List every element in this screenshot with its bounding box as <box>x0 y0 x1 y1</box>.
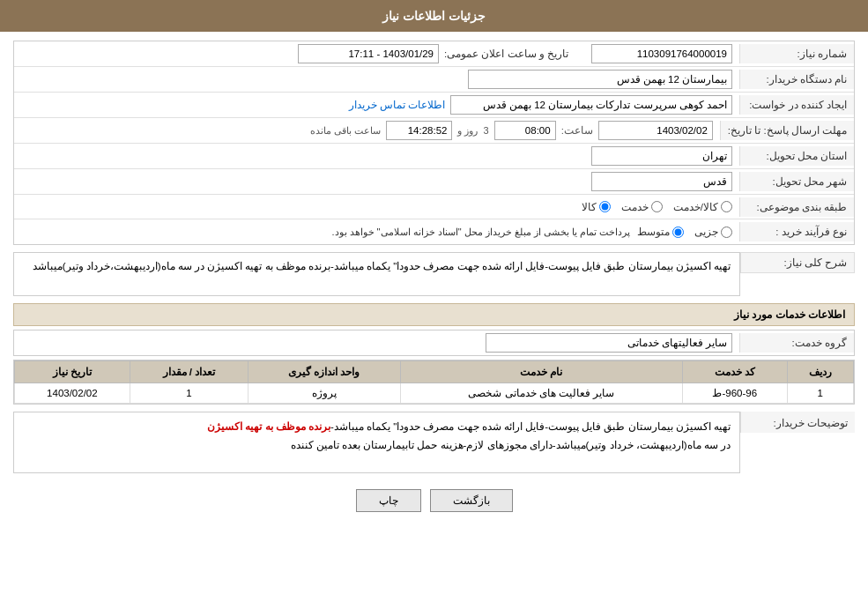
label-announce: تاریخ و ساعت اعلان عمومی: <box>444 48 568 60</box>
input-deadline-date[interactable] <box>598 121 713 140</box>
th-date: تاریخ نیاز <box>15 361 130 383</box>
buyer-desc-text2: در سه ماه(اردیبهشت، خرداد وتیر)میباشد-دا… <box>23 436 731 455</box>
label-days: 3 <box>484 125 489 136</box>
value-need-number: تاریخ و ساعت اعلان عمومی: <box>14 41 739 66</box>
radio-goods-input[interactable] <box>599 201 611 212</box>
table-body: 1960-96-طسایر فعالیت های خدماتی شخصیپروژ… <box>15 383 854 404</box>
radio-goods-service[interactable]: کالا/خدمت <box>673 201 732 213</box>
value-creator: اطلاعات تماس خریدار <box>14 93 739 117</box>
label-day-word: روز و <box>457 125 478 137</box>
radio-partial-input[interactable] <box>721 227 732 238</box>
label-medium: متوسط <box>637 226 670 238</box>
row-category: طبقه بندی موضوعی: کالا/خدمت خدمت <box>14 195 854 219</box>
label-desc: شرح کلی نیاز: <box>740 252 855 273</box>
table-cell-3: پروژه <box>249 383 401 404</box>
label-deadline: مهلت ارسال پاسخ: تا تاریخ: <box>720 121 854 140</box>
label-need-number: شماره نیاز: <box>739 44 854 63</box>
row-need-number: شماره نیاز: تاریخ و ساعت اعلان عمومی: <box>14 41 854 67</box>
buyer-desc-box: تهیه اکسیژن بیمارستان طبق فایل پیوست-فای… <box>13 412 740 473</box>
row-province: استان محل تحویل: <box>14 144 854 169</box>
label-partial: جزیی <box>694 226 718 238</box>
input-remaining-time[interactable] <box>386 121 452 140</box>
table-cell-5: 1403/02/02 <box>15 383 130 404</box>
th-quantity: تعداد / مقدار <box>130 361 248 383</box>
row-deadline: مهلت ارسال پاسخ: تا تاریخ: ساعت: 3 روز و… <box>14 118 854 144</box>
purchase-note: پرداخت تمام یا بخشی از مبلغ خریداز محل "… <box>331 227 630 238</box>
radio-medium[interactable]: متوسط <box>637 226 684 238</box>
th-name: نام خدمت <box>400 361 682 383</box>
label-remaining: ساعت باقی مانده <box>310 125 381 137</box>
input-buyer-org[interactable] <box>468 70 732 89</box>
services-section-title: اطلاعات خدمات مورد نیاز <box>13 303 855 326</box>
input-city[interactable] <box>591 172 732 191</box>
radio-medium-input[interactable] <box>672 227 684 238</box>
label-purchase-type: نوع فرآیند خرید : <box>739 222 854 241</box>
link-contact-buyer[interactable]: اطلاعات تماس خریدار <box>349 99 445 111</box>
input-need-number[interactable] <box>591 44 732 63</box>
desc-text: تهیه اکسیژن بیمارستان طبق فایل پیوست-فای… <box>33 261 731 271</box>
main-form-section: شماره نیاز: تاریخ و ساعت اعلان عمومی: نا… <box>13 41 855 245</box>
services-table: ردیف کد خدمت نام خدمت واحد اندازه گیری ت… <box>14 360 854 404</box>
table-head: ردیف کد خدمت نام خدمت واحد اندازه گیری ت… <box>15 361 854 383</box>
label-service-group: گروه خدمت: <box>739 333 854 353</box>
label-time: ساعت: <box>561 124 593 137</box>
input-announce-date[interactable] <box>298 44 439 63</box>
buyer-desc-line1-pre: تهیه اکسیژن بیمارستان طبق فایل پیوست-فای… <box>330 421 731 432</box>
buttons-row: بازگشت چاپ <box>13 480 855 521</box>
label-creator: ایجاد کننده در خواست: <box>739 95 854 115</box>
radio-service[interactable]: خدمت <box>621 201 663 213</box>
th-code: کد خدمت <box>683 361 788 383</box>
row-service-group: گروه خدمت: <box>13 330 855 356</box>
input-deadline-time[interactable] <box>494 121 556 140</box>
label-goods-service: کالا/خدمت <box>673 201 718 213</box>
radio-service-input[interactable] <box>651 201 663 212</box>
input-creator[interactable] <box>450 95 732 115</box>
desc-section: شرح کلی نیاز: تهیه اکسیژن بیمارستان طبق … <box>13 252 855 296</box>
desc-text-box: تهیه اکسیژن بیمارستان طبق فایل پیوست-فای… <box>13 252 740 296</box>
input-province[interactable] <box>591 146 732 166</box>
page-header: جزئیات اطلاعات نیاز <box>0 0 868 32</box>
print-button[interactable]: چاپ <box>356 489 421 512</box>
value-city <box>14 169 739 194</box>
table-cell-0: 1 <box>787 383 853 404</box>
row-buyer-org: نام دستگاه خریدار: <box>14 67 854 93</box>
table-header-row: ردیف کد خدمت نام خدمت واحد اندازه گیری ت… <box>15 361 854 383</box>
row-purchase-type: نوع فرآیند خرید : جزیی متوسط پرداخت تمام… <box>14 219 854 244</box>
page-title: جزئیات اطلاعات نیاز <box>382 9 486 23</box>
value-service-group <box>14 330 739 355</box>
page-wrapper: جزئیات اطلاعات نیاز شماره نیاز: تاریخ و … <box>0 0 868 609</box>
input-service-group[interactable] <box>486 333 732 353</box>
buyer-desc-highlight: برنده موظف به تهیه اکسیژن <box>207 421 330 432</box>
table-cell-4: 1 <box>130 383 248 404</box>
value-buyer-org <box>14 67 739 92</box>
row-city: شهر محل تحویل: <box>14 169 854 195</box>
label-service: خدمت <box>621 201 649 213</box>
value-purchase-type: جزیی متوسط پرداخت تمام یا بخشی از مبلغ خ… <box>14 223 739 241</box>
row-creator: ایجاد کننده در خواست: اطلاعات تماس خریدا… <box>14 93 854 118</box>
value-deadline: ساعت: 3 روز و ساعت باقی مانده <box>14 118 720 143</box>
value-province <box>14 144 739 168</box>
label-category: طبقه بندی موضوعی: <box>739 197 854 217</box>
purchase-type-radio-group: جزیی متوسط <box>637 226 732 238</box>
radio-goods-service-input[interactable] <box>721 201 732 212</box>
buyer-desc-text1: تهیه اکسیژن بیمارستان طبق فایل پیوست-فای… <box>23 418 731 436</box>
buyer-desc-line2: در سه ماه(اردیبهشت، خرداد وتیر)میباشد-دا… <box>291 440 731 450</box>
buyer-desc-section: توضیحات خریدار: تهیه اکسیژن بیمارستان طب… <box>13 412 855 473</box>
th-unit: واحد اندازه گیری <box>249 361 401 383</box>
label-buyer-org: نام دستگاه خریدار: <box>739 70 854 89</box>
radio-partial[interactable]: جزیی <box>694 226 732 238</box>
label-buyer-desc: توضیحات خریدار: <box>740 412 855 433</box>
value-category: کالا/خدمت خدمت کالا <box>14 198 739 216</box>
label-city: شهر محل تحویل: <box>739 172 854 191</box>
back-button[interactable]: بازگشت <box>430 489 513 512</box>
deadline-inner: ساعت: 3 روز و ساعت باقی مانده <box>310 121 713 140</box>
label-province: استان محل تحویل: <box>739 146 854 166</box>
table-row: 1960-96-طسایر فعالیت های خدماتی شخصیپروژ… <box>15 383 854 404</box>
radio-goods[interactable]: کالا <box>582 201 611 213</box>
label-goods: کالا <box>582 201 597 213</box>
table-cell-1: 960-96-ط <box>683 383 788 404</box>
services-table-section: ردیف کد خدمت نام خدمت واحد اندازه گیری ت… <box>13 360 855 405</box>
th-row: ردیف <box>787 361 853 383</box>
main-content: شماره نیاز: تاریخ و ساعت اعلان عمومی: نا… <box>0 32 868 530</box>
category-radio-group: کالا/خدمت خدمت کالا <box>582 201 732 213</box>
